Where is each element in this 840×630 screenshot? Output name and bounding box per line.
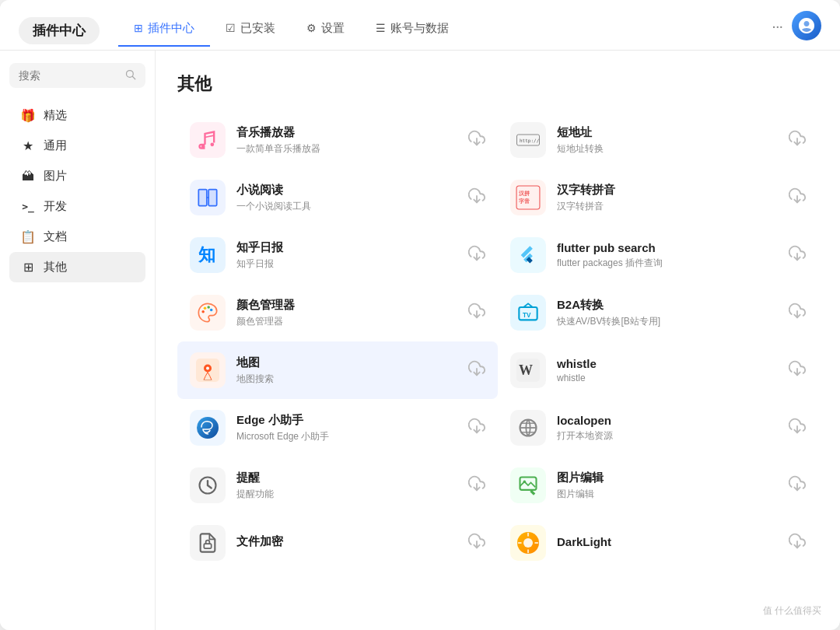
more-options-button[interactable]: ··· bbox=[772, 17, 782, 35]
plugin-info-hanzi-pinyin: 汉字转拼音 汉字转拼音 bbox=[557, 183, 778, 213]
tab-installed[interactable]: ☑已安装 bbox=[210, 15, 291, 47]
plugin-icon-zhihu-daily: 知 bbox=[190, 237, 226, 273]
svg-point-4 bbox=[211, 143, 215, 147]
plugin-desc-image-editor: 图片编辑 bbox=[557, 488, 778, 501]
plugin-download-zhihu-daily[interactable] bbox=[468, 245, 485, 266]
plugin-item-b2a-convert[interactable]: TV B2A转换 快速AV/BV转换[B站专用] bbox=[498, 284, 818, 341]
tab-plugin-center[interactable]: ⊞插件中心 bbox=[118, 15, 210, 47]
plugin-download-short-url[interactable] bbox=[789, 130, 806, 151]
plugin-download-flutter-search[interactable] bbox=[789, 245, 806, 266]
plugin-desc-color-manager: 颜色管理器 bbox=[236, 315, 457, 328]
svg-point-36 bbox=[523, 481, 527, 484]
plugin-item-whistle[interactable]: W whistle whistle bbox=[498, 341, 818, 399]
plugin-download-image-editor[interactable] bbox=[789, 475, 806, 496]
plugin-item-localopen[interactable]: localopen 打开本地资源 bbox=[498, 399, 818, 457]
sidebar-item-dev[interactable]: >_开发 bbox=[9, 191, 145, 222]
plugin-icon-b2a-convert: TV bbox=[510, 295, 546, 331]
plugin-desc-short-url: 短地址转换 bbox=[557, 142, 778, 156]
plugin-download-b2a-convert[interactable] bbox=[789, 303, 806, 324]
plugin-item-zhihu-daily[interactable]: 知 知乎日报 知乎日报 bbox=[177, 226, 498, 284]
plugin-item-short-url[interactable]: http:// 短地址 短地址转换 bbox=[498, 111, 818, 169]
plugin-download-hanzi-pinyin[interactable] bbox=[789, 187, 806, 208]
plugin-grid: 音乐播放器 一款简单音乐播放器 http:// 短地址 短地址转换 bbox=[177, 111, 818, 572]
sidebar-item-featured[interactable]: 🎁精选 bbox=[9, 100, 145, 131]
svg-text:字音: 字音 bbox=[519, 198, 530, 205]
plugin-icon-edge-assistant bbox=[190, 410, 226, 446]
sidebar-item-image[interactable]: 🏔图片 bbox=[9, 161, 145, 191]
plugin-desc-b2a-convert: 快速AV/BV转换[B站专用] bbox=[557, 315, 778, 328]
plugin-name-darklight: DarkLight bbox=[557, 535, 778, 548]
svg-text:TV: TV bbox=[523, 312, 531, 319]
plugin-name-reminder: 提醒 bbox=[236, 471, 457, 485]
header-right: ··· bbox=[772, 11, 821, 50]
plugin-download-edge-assistant[interactable] bbox=[468, 418, 485, 439]
svg-text:http://: http:// bbox=[520, 138, 540, 144]
plugin-item-reminder[interactable]: 提醒 提醒功能 bbox=[177, 457, 498, 514]
search-box bbox=[9, 63, 145, 88]
plugin-desc-map: 地图搜索 bbox=[236, 373, 457, 386]
plugin-item-hanzi-pinyin[interactable]: 汉拼 字音 汉字转拼音 汉字转拼音 bbox=[498, 169, 818, 226]
plugin-info-reminder: 提醒 提醒功能 bbox=[236, 471, 457, 501]
section-title: 其他 bbox=[177, 72, 818, 96]
plugin-item-image-editor[interactable]: 图片编辑 图片编辑 bbox=[498, 457, 818, 514]
tab-label-account: 账号与数据 bbox=[390, 21, 449, 36]
sidebar-item-docs[interactable]: 📋文档 bbox=[9, 222, 145, 252]
plugin-download-localopen[interactable] bbox=[789, 418, 806, 439]
header: 插件中心 ⊞插件中心☑已安装⚙设置☰账号与数据 ··· bbox=[0, 0, 840, 51]
plugin-item-map[interactable]: 地图 地图搜索 bbox=[177, 341, 498, 399]
sidebar-item-other[interactable]: ⊞其他 bbox=[9, 252, 145, 282]
plugin-icon-file-encrypt bbox=[190, 525, 226, 561]
plugin-icon-color-manager bbox=[190, 295, 226, 331]
tab-icon-plugin-center: ⊞ bbox=[134, 22, 143, 34]
plugin-info-edge-assistant: Edge 小助手 Microsoft Edge 小助手 bbox=[236, 413, 457, 443]
plugin-download-file-encrypt[interactable] bbox=[468, 533, 485, 554]
plugin-download-music-player[interactable] bbox=[468, 130, 485, 151]
plugin-download-novel-reader[interactable] bbox=[468, 187, 485, 208]
plugin-name-music-player: 音乐播放器 bbox=[236, 125, 457, 140]
plugin-name-map: 地图 bbox=[236, 355, 457, 370]
plugin-desc-whistle: whistle bbox=[557, 373, 778, 383]
plugin-item-music-player[interactable]: 音乐播放器 一款简单音乐播放器 bbox=[177, 111, 498, 169]
plugin-icon-flutter-search bbox=[510, 237, 546, 273]
plugin-icon-short-url: http:// bbox=[510, 122, 546, 158]
svg-text:汉拼: 汉拼 bbox=[519, 190, 530, 197]
plugin-download-whistle[interactable] bbox=[789, 360, 806, 381]
plugin-name-file-encrypt: 文件加密 bbox=[236, 534, 457, 549]
search-input[interactable] bbox=[19, 69, 118, 82]
plugin-name-short-url: 短地址 bbox=[557, 125, 778, 140]
plugin-info-novel-reader: 小说阅读 一个小说阅读工具 bbox=[236, 183, 457, 213]
tab-settings[interactable]: ⚙设置 bbox=[291, 15, 360, 47]
plugin-item-file-encrypt[interactable]: 文件加密 bbox=[177, 514, 498, 572]
plugin-name-whistle: whistle bbox=[557, 357, 778, 370]
tab-label-plugin-center: 插件中心 bbox=[148, 21, 194, 36]
user-avatar[interactable] bbox=[792, 11, 821, 40]
plugin-item-darklight[interactable]: DarkLight bbox=[498, 514, 818, 572]
plugin-icon-localopen bbox=[510, 410, 546, 446]
plugin-info-music-player: 音乐播放器 一款简单音乐播放器 bbox=[236, 125, 457, 156]
plugin-item-novel-reader[interactable]: 小说阅读 一个小说阅读工具 bbox=[177, 169, 498, 226]
plugin-download-darklight[interactable] bbox=[789, 533, 806, 554]
tab-icon-account: ☰ bbox=[376, 22, 386, 34]
plugin-item-flutter-search[interactable]: flutter pub search flutter packages 插件查询 bbox=[498, 226, 818, 284]
plugin-download-reminder[interactable] bbox=[468, 475, 485, 496]
app-window: 插件中心 ⊞插件中心☑已安装⚙设置☰账号与数据 ··· bbox=[0, 0, 840, 630]
plugin-desc-edge-assistant: Microsoft Edge 小助手 bbox=[236, 430, 457, 443]
svg-point-27 bbox=[197, 417, 219, 439]
plugin-download-color-manager[interactable] bbox=[468, 303, 485, 324]
plugin-icon-novel-reader bbox=[190, 180, 226, 215]
plugin-item-color-manager[interactable]: 颜色管理器 颜色管理器 bbox=[177, 284, 498, 341]
plugin-info-darklight: DarkLight bbox=[557, 535, 778, 551]
tab-account[interactable]: ☰账号与数据 bbox=[360, 15, 464, 47]
plugin-download-map[interactable] bbox=[468, 360, 485, 381]
svg-line-2 bbox=[132, 76, 135, 79]
sidebar-item-general[interactable]: ★通用 bbox=[9, 131, 145, 161]
svg-point-18 bbox=[207, 306, 210, 309]
svg-point-3 bbox=[201, 145, 205, 149]
sidebar-label-image: 图片 bbox=[44, 169, 67, 184]
plugin-desc-localopen: 打开本地资源 bbox=[557, 429, 778, 443]
plugin-item-edge-assistant[interactable]: Edge 小助手 Microsoft Edge 小助手 bbox=[177, 399, 498, 457]
plugin-desc-music-player: 一款简单音乐播放器 bbox=[236, 142, 457, 156]
plugin-info-flutter-search: flutter pub search flutter packages 插件查询 bbox=[557, 241, 778, 270]
svg-point-16 bbox=[201, 310, 205, 313]
plugin-info-localopen: localopen 打开本地资源 bbox=[557, 414, 778, 443]
